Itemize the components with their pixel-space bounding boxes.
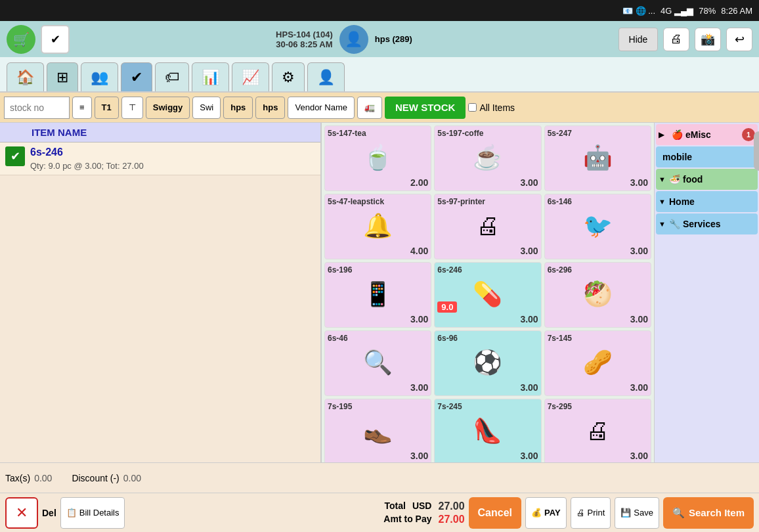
checklist-button[interactable]: ✔: [41, 25, 70, 54]
item-card-6s-146[interactable]: 6s-146 🐦 3.00: [544, 194, 651, 259]
save-button[interactable]: 💾 Save: [615, 497, 659, 529]
tab-graph[interactable]: 📈: [232, 62, 269, 91]
action-bar: ✕ Del 📋 Bill Details Total USD 27.00 Amt…: [0, 493, 759, 532]
col-name-header: ITEM NAME: [32, 127, 315, 138]
scroll-handle[interactable]: [754, 131, 759, 171]
print-label: Print: [588, 508, 605, 518]
swi-button[interactable]: Swi: [192, 97, 221, 119]
item-qty-badge: 9.0: [437, 301, 457, 313]
all-items-checkbox[interactable]: [468, 103, 477, 112]
tax-info: Tax(s) 0.00: [5, 473, 52, 483]
total-section: Total USD 27.00 Amt to Pay 27.00: [129, 500, 464, 525]
item-card-5s-97-printer[interactable]: 5s-97-printer 🖨 3.00: [434, 194, 541, 259]
tax-value: 0.00: [34, 473, 52, 483]
refresh-button[interactable]: ↩: [726, 28, 752, 51]
signal-strength: 4G ▂▄▆: [661, 6, 693, 16]
item-card-5s-47-leapstick[interactable]: 5s-47-leapstick 🔔 4.00: [324, 194, 431, 259]
tab-settings[interactable]: ⚙: [272, 62, 305, 91]
battery-level: 78%: [699, 6, 716, 16]
item-card-5s-197-coffe[interactable]: 5s-197-coffe ☕ 3.00: [434, 125, 541, 191]
tab-home[interactable]: 🏠: [7, 62, 44, 91]
hide-button[interactable]: Hide: [618, 28, 658, 51]
item-card-6s-246[interactable]: 6s-246 💊 9.0 3.00: [434, 262, 541, 328]
user-avatar[interactable]: 👤: [339, 25, 368, 54]
item-card-5s-247[interactable]: 5s-247 🤖 3.00: [544, 125, 651, 191]
category-bar: ≡ T1 ⊤ Swiggy Swi hps hps Vendor Name 🚛 …: [0, 93, 759, 123]
order-panel: ITEM NAME ✔ 6s-246 Qty: 9.0 pc @ 3.00; T…: [0, 123, 322, 462]
vendor-name-button[interactable]: Vendor Name: [288, 97, 355, 119]
category-misc[interactable]: ▶ 🍎 eMisc 1: [656, 124, 758, 145]
tab-chart[interactable]: 📊: [192, 62, 229, 91]
item-card-7s-195[interactable]: 7s-195 👞 3.00: [324, 399, 431, 462]
item-card-6s-96[interactable]: 6s-96 ⚽ 3.00: [434, 330, 541, 396]
item-card-6s-46[interactable]: 6s-46 🔍 3.00: [324, 330, 431, 396]
order-item-row: ✔ 6s-246 Qty: 9.0 pc @ 3.00; Tot: 27.00: [0, 143, 320, 175]
misc-label: eMisc: [685, 129, 711, 140]
tab-grid[interactable]: ⊞: [47, 62, 78, 91]
table-icon-button[interactable]: ⊤: [121, 97, 143, 119]
item-card-7s-245[interactable]: 7s-245 👠 3.00: [434, 399, 541, 462]
truck-button[interactable]: 🚛: [357, 97, 382, 119]
print-icon: 🖨: [576, 508, 585, 518]
bill-icon: 📋: [66, 508, 77, 518]
screenshot-button[interactable]: 📸: [695, 28, 721, 51]
expand-icon-misc: ▶: [659, 131, 664, 139]
bill-details-label: Bill Details: [79, 508, 119, 518]
amt-to-pay-label: Amt to Pay: [383, 514, 431, 525]
t1-button[interactable]: T1: [95, 97, 119, 119]
search-item-label: Search Item: [689, 507, 745, 518]
main-content: ITEM NAME ✔ 6s-246 Qty: 9.0 pc @ 3.00; T…: [0, 123, 759, 462]
misc-icon: 🍎: [672, 129, 683, 140]
tab-tag[interactable]: 🏷: [155, 62, 189, 91]
item-grid: 5s-147-tea 🍵 2.00 5s-197-coffe ☕ 3.00 5s…: [322, 123, 654, 462]
hps1-button[interactable]: hps: [223, 97, 253, 119]
pay-label: PAY: [544, 508, 561, 518]
bill-details-button[interactable]: 📋 Bill Details: [60, 497, 125, 529]
order-info-text: HPS-104 (104) 30-06 8:25 AM: [276, 30, 333, 49]
item-card-7s-145[interactable]: 7s-145 🥜 3.00: [544, 330, 651, 396]
item-card-6s-196[interactable]: 6s-196 📱 3.00: [324, 262, 431, 328]
pay-button[interactable]: 💰 PAY: [525, 497, 567, 529]
save-label: Save: [634, 508, 653, 518]
new-stock-button[interactable]: NEW STOCK: [385, 97, 466, 119]
delete-button[interactable]: ✕: [5, 497, 38, 529]
category-panel: ▶ 🍎 eMisc 1 mobile ▼ 🍜 food ▼ Home ▼ 🔧 S…: [654, 123, 759, 462]
category-services[interactable]: ▼ 🔧 Services: [656, 213, 758, 234]
expand-icon-services: ▼: [659, 220, 666, 228]
food-label: food: [683, 174, 703, 185]
misc-badge: 1: [742, 128, 755, 141]
tab-person[interactable]: 👤: [307, 62, 345, 91]
discount-label: Discount (-): [72, 473, 119, 483]
category-home[interactable]: ▼ Home: [656, 191, 758, 212]
category-mobile[interactable]: mobile: [656, 146, 758, 167]
stock-no-input[interactable]: [4, 97, 70, 119]
swiggy-button[interactable]: Swiggy: [146, 97, 190, 119]
category-food[interactable]: ▼ 🍜 food: [656, 169, 758, 190]
del-label: Del: [42, 508, 56, 518]
order-item-checkbox[interactable]: ✔: [5, 146, 25, 166]
total-label: Total: [385, 500, 406, 512]
order-table-header: ITEM NAME: [0, 123, 320, 143]
item-card-6s-296[interactable]: 6s-296 🥙 3.00: [544, 262, 651, 328]
cancel-button[interactable]: Cancel: [469, 497, 521, 529]
tab-checklist[interactable]: ✔: [121, 62, 152, 91]
food-icon: 🍜: [669, 174, 680, 185]
hps2-button[interactable]: hps: [255, 97, 285, 119]
item-card-5s-147-tea[interactable]: 5s-147-tea 🍵 2.00: [324, 125, 431, 191]
order-item-qty: Qty: 9.0 pc @ 3.00; Tot: 27.00: [30, 161, 315, 171]
currency-label: USD: [412, 500, 432, 512]
print-button[interactable]: 🖨 Print: [571, 497, 611, 529]
menu-button[interactable]: ≡: [72, 97, 92, 119]
app-home-button[interactable]: 🛒: [7, 25, 35, 54]
expand-icon-home: ▼: [659, 198, 666, 206]
order-id: HPS-104 (104): [276, 30, 333, 39]
all-items-container: All Items: [468, 102, 515, 113]
tab-users[interactable]: 👥: [81, 62, 118, 91]
print-action-button[interactable]: 🖨: [663, 28, 689, 51]
mobile-label: mobile: [662, 152, 692, 162]
item-card-7s-295[interactable]: 7s-295 🖨 3.00: [544, 399, 651, 462]
expand-icon-food: ▼: [659, 175, 666, 183]
discount-value: 0.00: [123, 473, 141, 483]
search-item-button[interactable]: 🔍 Search Item: [663, 497, 754, 529]
user-label: hps (289): [375, 34, 412, 44]
